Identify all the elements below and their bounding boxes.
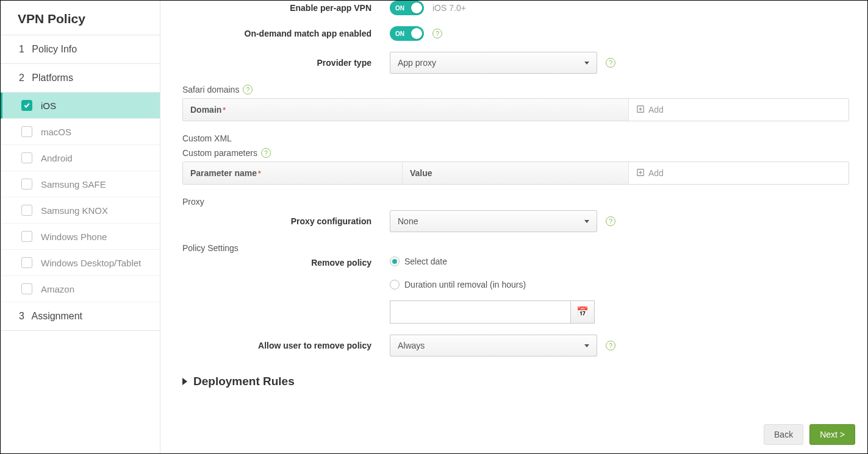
step-policy-info[interactable]: 1 Policy Info xyxy=(1,35,160,64)
add-param-button[interactable]: Add xyxy=(629,162,848,184)
step-assignment[interactable]: 3 Assignment xyxy=(1,302,160,331)
radio-duration-until-removal[interactable]: Duration until removal (in hours) xyxy=(390,280,526,289)
step-num: 2 xyxy=(19,73,24,83)
footer-actions: Back Next > xyxy=(764,424,855,445)
help-icon[interactable]: ? xyxy=(606,341,615,350)
checkbox-icon xyxy=(21,231,32,242)
step-platforms[interactable]: 2 Platforms xyxy=(1,64,160,93)
sidebar-item-macos[interactable]: macOS xyxy=(1,119,160,145)
checkbox-icon xyxy=(21,100,32,111)
sidebar-item-android[interactable]: Android xyxy=(1,145,160,171)
next-button[interactable]: Next > xyxy=(809,424,855,445)
select-value: Always xyxy=(398,341,425,350)
hint-text: iOS 7.0+ xyxy=(432,3,466,13)
section-proxy: Proxy xyxy=(182,197,849,207)
calendar-button[interactable]: 📅 xyxy=(570,300,595,324)
radio-icon xyxy=(390,257,400,266)
page-title: VPN Policy xyxy=(1,1,160,35)
checkbox-icon xyxy=(21,179,32,190)
help-icon[interactable]: ? xyxy=(432,29,442,38)
step-label: Platforms xyxy=(32,73,73,83)
sidebar-item-label: Windows Phone xyxy=(41,232,107,242)
field-label: Remove policy xyxy=(182,257,390,268)
sidebar-item-label: Android xyxy=(41,153,73,163)
main-panel: Enable per-app VPN ON iOS 7.0+ On-demand… xyxy=(160,1,867,453)
section-safari-domains: Safari domains ? xyxy=(182,85,849,94)
checkbox-icon xyxy=(21,257,32,268)
caret-down-icon xyxy=(584,344,589,347)
section-custom-xml: Custom XML xyxy=(182,133,849,143)
column-header-value: Value xyxy=(403,162,629,184)
section-custom-params: Custom parameters ? xyxy=(182,148,849,158)
toggle-knob xyxy=(411,28,422,39)
sidebar-item-label: Amazon xyxy=(41,284,74,294)
add-icon xyxy=(636,168,645,179)
select-proxy-config[interactable]: None xyxy=(390,210,597,232)
radio-select-date[interactable]: Select date xyxy=(390,257,526,266)
add-icon xyxy=(636,105,645,115)
sidebar-item-ios[interactable]: iOS xyxy=(1,93,160,119)
sidebar-item-label: Windows Desktop/Tablet xyxy=(41,258,141,268)
table-safari-domains: Domain* Add xyxy=(182,98,849,121)
sidebar: VPN Policy 1 Policy Info 2 Platforms iOS… xyxy=(1,1,160,453)
select-provider-type[interactable]: App proxy xyxy=(390,52,597,74)
checkbox-icon xyxy=(21,152,32,163)
sidebar-item-label: Samsung KNOX xyxy=(41,205,108,216)
help-icon[interactable]: ? xyxy=(606,58,615,68)
help-icon[interactable]: ? xyxy=(243,85,253,94)
add-domain-button[interactable]: Add xyxy=(629,99,848,121)
step-label: Assignment xyxy=(31,311,82,321)
deployment-rules-toggle[interactable]: Deployment Rules xyxy=(182,375,849,388)
toggle-knob xyxy=(411,2,422,13)
column-header-domain: Domain* xyxy=(183,99,629,121)
sidebar-item-amazon[interactable]: Amazon xyxy=(1,276,160,302)
step-num: 3 xyxy=(19,311,24,321)
caret-down-icon xyxy=(584,62,589,65)
radio-label: Duration until removal (in hours) xyxy=(404,280,526,289)
help-icon[interactable]: ? xyxy=(606,216,615,226)
sidebar-item-windows-phone[interactable]: Windows Phone xyxy=(1,224,160,250)
radio-icon xyxy=(390,280,400,289)
field-label: Provider type xyxy=(182,58,390,68)
field-label: Allow user to remove policy xyxy=(182,341,390,350)
sidebar-item-label: macOS xyxy=(41,127,71,137)
triangle-right-icon xyxy=(182,378,187,385)
radio-label: Select date xyxy=(404,257,447,266)
select-value: None xyxy=(398,216,418,226)
field-label: Enable per-app VPN xyxy=(182,3,390,13)
select-value: App proxy xyxy=(398,58,436,68)
toggle-state: ON xyxy=(395,5,404,12)
checkbox-icon xyxy=(21,126,32,137)
help-icon[interactable]: ? xyxy=(261,148,271,158)
sidebar-item-label: Samsung SAFE xyxy=(41,179,106,190)
checkbox-icon xyxy=(21,205,32,216)
deployment-rules-label: Deployment Rules xyxy=(193,375,295,388)
sidebar-item-label: iOS xyxy=(41,101,56,111)
column-header-param-name: Parameter name* xyxy=(183,162,403,184)
toggle-per-app-vpn[interactable]: ON xyxy=(390,1,424,15)
table-custom-params: Parameter name* Value Add xyxy=(182,161,849,185)
section-policy-settings: Policy Settings xyxy=(182,243,849,253)
add-label: Add xyxy=(648,105,664,115)
select-allow-remove[interactable]: Always xyxy=(390,335,597,356)
field-label: On-demand match app enabled xyxy=(182,29,390,38)
step-label: Policy Info xyxy=(32,44,77,54)
add-label: Add xyxy=(648,168,664,178)
field-label: Proxy configuration xyxy=(182,216,390,226)
toggle-on-demand-match[interactable]: ON xyxy=(390,26,424,41)
sidebar-item-windows-desktop[interactable]: Windows Desktop/Tablet xyxy=(1,250,160,276)
checkbox-icon xyxy=(21,283,32,294)
back-button[interactable]: Back xyxy=(764,424,803,445)
step-num: 1 xyxy=(19,44,24,54)
date-input[interactable] xyxy=(390,300,570,324)
sidebar-item-samsung-safe[interactable]: Samsung SAFE xyxy=(1,171,160,197)
toggle-state: ON xyxy=(395,30,404,37)
calendar-icon: 📅 xyxy=(576,307,589,317)
caret-down-icon xyxy=(584,220,589,223)
sidebar-item-samsung-knox[interactable]: Samsung KNOX xyxy=(1,197,160,224)
platform-list: iOS macOS Android Samsung SAFE Samsung K… xyxy=(1,93,160,302)
